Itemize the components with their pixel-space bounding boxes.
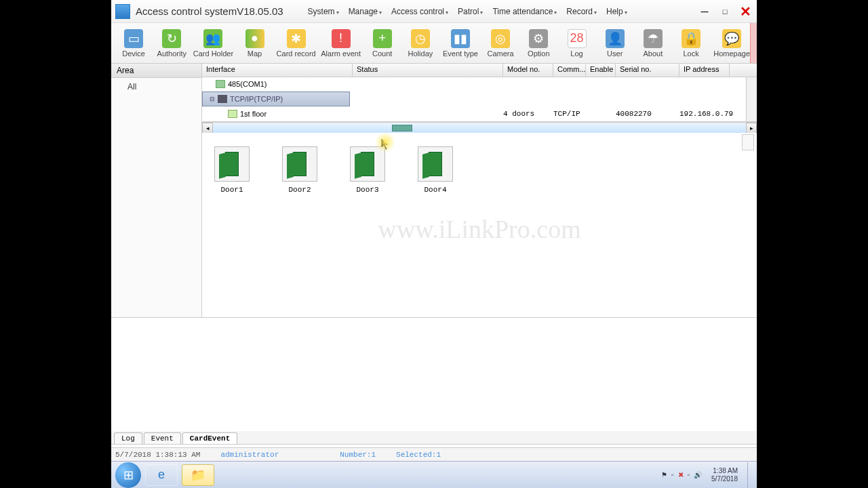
minimize-button[interactable]: —	[697, 5, 712, 18]
show-desktop-button[interactable]	[747, 462, 753, 488]
map-icon: ●	[245, 29, 264, 48]
tray-network-icon[interactable]: ▫	[671, 471, 674, 479]
tb-card-record[interactable]: ✱Card record	[277, 29, 315, 58]
menubar: System Manage Access control Patrol Time…	[304, 5, 697, 18]
card-record-icon: ✱	[287, 29, 306, 48]
card-holder-icon: 👥	[203, 29, 222, 48]
menu-patrol[interactable]: Patrol	[454, 5, 487, 18]
tab-event[interactable]: Event	[144, 432, 181, 444]
about-icon: ☂	[644, 29, 663, 48]
scroll-right-button[interactable]: ▸	[746, 123, 757, 134]
close-button[interactable]: ✕	[738, 5, 753, 18]
tb-authority[interactable]: ↻Authority	[156, 29, 187, 58]
tab-cardevent[interactable]: CardEvent	[182, 432, 237, 444]
tb-option[interactable]: ⚙Option	[523, 29, 554, 58]
grid-horizontal-scrollbar[interactable]: ◂ ▸	[202, 122, 757, 133]
system-tray: ⚑ ▫ ✖ ▫ 🔊 1:38 AM 5/7/2018	[661, 462, 753, 488]
tb-alarm-event[interactable]: !Alarm event	[322, 29, 360, 58]
col-serial[interactable]: Serial no.	[616, 64, 679, 77]
view-toggle-button[interactable]	[742, 134, 754, 150]
alarm-icon: !	[332, 29, 351, 48]
watermark: www.iLinkPro.com	[378, 214, 580, 244]
tb-lock[interactable]: 🔒Lock	[675, 29, 707, 58]
tb-holiday[interactable]: ◷Holiday	[405, 29, 436, 58]
count-icon: +	[373, 29, 392, 48]
menu-record[interactable]: Record	[562, 5, 601, 18]
area-sidebar: Area All	[111, 64, 202, 317]
toolbar-overflow[interactable]	[750, 23, 757, 63]
scroll-left-button[interactable]: ◂	[202, 123, 213, 134]
tray-volume-icon[interactable]: 🔊	[694, 471, 702, 479]
titlebar: Access control systemV18.05.03 System Ma…	[111, 0, 757, 23]
homepage-icon: 💬	[722, 29, 741, 48]
tray-power-icon[interactable]: ▫	[688, 471, 690, 479]
task-ie[interactable]: e	[145, 464, 178, 486]
tb-about[interactable]: ☂About	[637, 29, 669, 58]
holiday-icon: ◷	[411, 29, 430, 48]
col-model[interactable]: Model no.	[503, 64, 553, 77]
authority-icon: ↻	[162, 29, 181, 48]
door-icon	[350, 146, 385, 182]
menu-time-attendance[interactable]: Time attendance	[488, 5, 561, 18]
status-selected: Selected:1	[396, 451, 441, 459]
start-button[interactable]: ⊞	[115, 462, 141, 488]
door-4[interactable]: Door4	[415, 146, 456, 317]
controller-icon	[228, 110, 237, 118]
app-icon	[115, 4, 130, 19]
tb-homepage[interactable]: 💬Homepage	[713, 29, 750, 58]
windows-taskbar: ⊞ e 📁 ⚑ ▫ ✖ ▫ 🔊 1:38 AM 5/7/2018	[111, 461, 757, 488]
user-icon: 👤	[606, 29, 625, 48]
tb-device[interactable]: ▭Device	[118, 29, 149, 58]
tb-user[interactable]: 👤User	[599, 29, 631, 58]
tray-flag-icon[interactable]: ⚑	[661, 471, 667, 479]
grid-vertical-scrollbar[interactable]	[746, 77, 757, 121]
menu-help[interactable]: Help	[602, 5, 631, 18]
menu-manage[interactable]: Manage	[344, 5, 386, 18]
maximize-button[interactable]: □	[717, 5, 732, 18]
tb-event-type[interactable]: ▮▮Event type	[443, 29, 478, 58]
device-icon: ▭	[124, 29, 143, 48]
door-3[interactable]: Door3	[347, 146, 388, 317]
status-bar: 5/7/2018 1:38:13 AM administrator Number…	[111, 447, 757, 461]
log-icon: 28	[568, 29, 587, 48]
door-icon	[418, 146, 453, 182]
row-1st-floor[interactable]: 1st floor 4 doors TCP/IP 40082270 192.16…	[202, 107, 757, 121]
tb-map[interactable]: ●Map	[239, 29, 270, 58]
com-port-icon	[216, 80, 225, 88]
col-ip[interactable]: IP address	[679, 64, 730, 77]
sidebar-header: Area	[111, 64, 201, 78]
col-comm[interactable]: Comm...	[553, 64, 586, 77]
bottom-tabs: Log Event CardEvent	[111, 431, 757, 445]
camera-icon: ◎	[491, 29, 510, 48]
door-1[interactable]: Door1	[212, 146, 252, 317]
tray-shield-icon[interactable]: ✖	[678, 471, 684, 479]
tree-node-all[interactable]: All	[117, 81, 196, 93]
option-icon: ⚙	[529, 29, 548, 48]
door-2[interactable]: Door2	[279, 146, 320, 317]
door-icon	[214, 146, 250, 182]
col-status[interactable]: Status	[353, 64, 503, 77]
task-explorer[interactable]: 📁	[182, 464, 214, 486]
window-title: Access control systemV18.05.03	[136, 5, 283, 17]
menu-system[interactable]: System	[304, 5, 343, 18]
toolbar: ▭Device ↻Authority 👥Card Holder ●Map ✱Ca…	[111, 23, 757, 64]
row-485[interactable]: 485(COM1)	[202, 77, 757, 91]
door-panel: Door1 Door2 Door3 Door4 www.iLinkPro.com	[202, 133, 757, 317]
col-enable[interactable]: Enable	[586, 64, 616, 77]
grid-header: Interface Status Model no. Comm... Enabl…	[202, 64, 757, 77]
tray-clock[interactable]: 1:38 AM 5/7/2018	[706, 467, 743, 483]
row-tcpip[interactable]: ⊟TCP/IP(TCP/IP)	[202, 91, 757, 107]
main-pane: Interface Status Model no. Comm... Enabl…	[202, 64, 757, 317]
tb-log[interactable]: 28Log	[561, 29, 592, 58]
scroll-thumb[interactable]	[392, 125, 412, 131]
menu-access-control[interactable]: Access control	[387, 5, 452, 18]
event-type-icon: ▮▮	[451, 29, 470, 48]
tb-camera[interactable]: ◎Camera	[485, 29, 516, 58]
tb-count[interactable]: +Count	[367, 29, 398, 58]
tab-log[interactable]: Log	[114, 432, 142, 444]
status-datetime: 5/7/2018 1:38:13 AM	[115, 451, 200, 459]
status-number: Number:1	[340, 451, 376, 459]
tcpip-icon	[218, 95, 227, 103]
col-interface[interactable]: Interface	[202, 64, 353, 77]
tb-card-holder[interactable]: 👥Card Holder	[194, 29, 232, 58]
